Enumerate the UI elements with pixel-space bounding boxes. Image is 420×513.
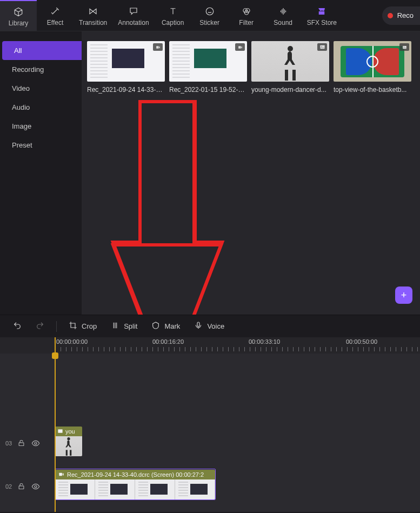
- timeline-clip-video[interactable]: Rec_2021-09-24 14-33-40.dcrc (Screen) 00…: [55, 470, 215, 499]
- svg-rect-11: [403, 45, 406, 48]
- media-item[interactable]: young-modern-dancer-d...: [251, 41, 329, 94]
- plus-icon: +: [401, 290, 407, 301]
- transition-icon: [88, 6, 98, 17]
- video-badge-icon: [153, 43, 163, 51]
- tab-label: Sticker: [199, 19, 219, 26]
- media-thumb: [87, 41, 165, 82]
- redo-button[interactable]: [30, 318, 50, 335]
- tab-label: Filter: [239, 19, 254, 26]
- clip-label: Rec_2021-09-24 14-33-40.dcrc (Screen) 00…: [67, 471, 204, 478]
- ruler-time: 00:00:33:10: [249, 338, 280, 345]
- clip-label: you: [65, 428, 75, 435]
- smile-icon: [204, 6, 215, 17]
- tab-sfx-store[interactable]: SFX Store: [302, 0, 342, 31]
- svg-rect-17: [19, 486, 24, 489]
- mark-label: Mark: [164, 322, 180, 330]
- timeline-clip-image[interactable]: you: [55, 427, 82, 456]
- timeline-ruler[interactable]: 00:00:00:00 00:00:16:20 00:00:33:10 00:0…: [0, 337, 420, 354]
- image-badge-icon: [399, 43, 409, 51]
- voice-label: Voice: [207, 322, 224, 330]
- redo-icon: [36, 321, 44, 331]
- record-button[interactable]: Reco: [382, 6, 420, 25]
- tab-library[interactable]: Library: [0, 0, 37, 31]
- media-thumb: [251, 41, 329, 82]
- timeline[interactable]: 00:00:00:00 00:00:16:20 00:00:33:10 00:0…: [0, 337, 420, 512]
- svg-rect-13: [140, 102, 194, 245]
- svg-point-20: [67, 437, 70, 440]
- tab-sticker[interactable]: Sticker: [191, 0, 228, 31]
- voice-button[interactable]: Voice: [189, 318, 230, 335]
- media-item[interactable]: top-view-of-the-basketb...: [334, 41, 411, 94]
- svg-rect-4: [156, 46, 159, 49]
- tab-annotation[interactable]: Annotation: [112, 0, 154, 31]
- dancer-figure-icon: [279, 44, 301, 82]
- svg-rect-7: [285, 70, 288, 81]
- tab-caption[interactable]: Caption: [155, 0, 191, 31]
- image-badge-icon: [317, 43, 327, 51]
- media-thumb: [169, 41, 247, 82]
- svg-rect-5: [238, 46, 241, 49]
- svg-point-6: [288, 46, 293, 51]
- sidebar-item-recording[interactable]: Recording: [0, 60, 82, 79]
- add-media-button[interactable]: +: [395, 287, 412, 304]
- mark-icon: [151, 321, 160, 331]
- mark-button[interactable]: Mark: [146, 318, 185, 335]
- split-button[interactable]: Split: [105, 318, 143, 335]
- sidebar-item-all[interactable]: All: [2, 41, 82, 60]
- eye-icon[interactable]: [31, 482, 40, 491]
- sound-icon: [278, 6, 289, 17]
- sidebar-item-video[interactable]: Video: [0, 79, 82, 98]
- timeline-toolbar: Crop Split Mark Voice: [0, 315, 420, 337]
- speech-icon: [128, 6, 139, 17]
- text-icon: [168, 6, 178, 17]
- media-item[interactable]: Rec_2021-09-24 14-33-40....: [87, 41, 165, 94]
- video-badge-icon: [235, 43, 245, 51]
- svg-rect-22: [70, 450, 71, 456]
- svg-point-18: [35, 485, 37, 488]
- tab-label: Sound: [274, 19, 292, 26]
- track-controls: 02: [5, 482, 40, 491]
- svg-rect-9: [320, 45, 324, 49]
- svg-rect-21: [66, 450, 68, 456]
- media-item[interactable]: Rec_2022-01-15 19-52-12....: [169, 41, 247, 94]
- media-gallery: Rec_2021-09-24 14-33-40.... Rec_2022-01-…: [82, 31, 420, 315]
- lock-icon[interactable]: [17, 482, 26, 491]
- filter-icon: [241, 6, 252, 17]
- tab-effect[interactable]: Effect: [37, 0, 74, 31]
- sidebar-item-audio[interactable]: Audio: [0, 98, 82, 117]
- wand-icon: [50, 6, 61, 17]
- playhead[interactable]: [55, 337, 56, 512]
- sidebar-item-preset[interactable]: Preset: [0, 136, 82, 155]
- svg-rect-15: [19, 443, 24, 446]
- lock-icon[interactable]: [17, 439, 26, 448]
- svg-point-0: [206, 8, 214, 15]
- media-name: Rec_2022-01-15 19-52-12....: [169, 86, 247, 94]
- tab-label: Effect: [47, 19, 63, 26]
- ruler-time: 00:00:50:00: [346, 338, 377, 345]
- sidebar-item-image[interactable]: Image: [0, 117, 82, 136]
- cube-icon: [13, 6, 24, 17]
- crop-icon: [69, 321, 77, 331]
- svg-point-10: [321, 46, 322, 46]
- svg-rect-19: [58, 429, 62, 432]
- tab-sound[interactable]: Sound: [265, 0, 302, 31]
- svg-point-12: [403, 46, 404, 47]
- crop-label: Crop: [82, 322, 97, 330]
- svg-rect-23: [59, 472, 62, 476]
- tab-transition[interactable]: Transition: [74, 0, 112, 31]
- media-name: top-view-of-the-basketb...: [334, 86, 411, 94]
- eye-icon[interactable]: [31, 439, 40, 448]
- track-controls: 03: [5, 439, 40, 448]
- media-name: Rec_2021-09-24 14-33-40....: [87, 86, 165, 94]
- undo-button[interactable]: [8, 318, 27, 335]
- record-label: Reco: [397, 11, 414, 19]
- crop-button[interactable]: Crop: [63, 318, 102, 335]
- tab-filter[interactable]: Filter: [228, 0, 265, 31]
- library-sidebar: All Recording Video Audio Image Preset: [0, 31, 82, 315]
- video-icon: [58, 471, 64, 478]
- split-icon: [111, 321, 119, 331]
- media-thumb: [334, 41, 411, 82]
- undo-icon: [13, 321, 22, 331]
- svg-point-16: [35, 442, 37, 444]
- top-toolbar: Library Effect Transition Annotation Cap…: [0, 0, 420, 31]
